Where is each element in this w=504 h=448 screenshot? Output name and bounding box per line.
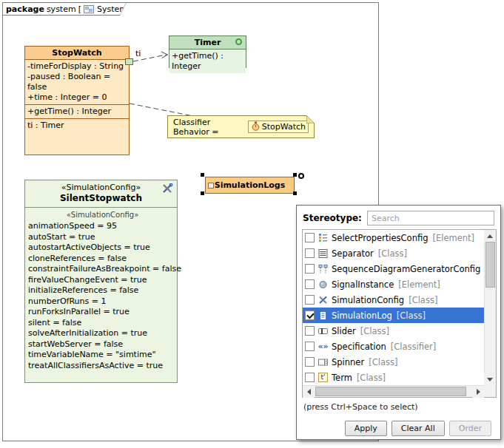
specification-icon: «»	[317, 342, 329, 351]
config-properties-compartment[interactable]: «SimulationConfig» animationSpeed = 95 a…	[25, 208, 177, 371]
scroll-right-button[interactable]	[472, 386, 484, 398]
class-timer[interactable]: Timer +getTime() : Integer	[169, 35, 246, 68]
vertical-scrollbar[interactable]	[484, 230, 496, 385]
simulation-log-icon	[317, 311, 329, 320]
stereotype-label: Separator	[332, 248, 374, 259]
checkbox[interactable]	[305, 357, 315, 367]
class-simulationlogs[interactable]: SimulationLogs	[205, 177, 295, 194]
stereotype-meta: [Classifier]	[391, 342, 436, 352]
frame-open-bracket: [	[78, 4, 81, 14]
stereotype-list: SelectPropertiesConfig [Element] Separat…	[302, 229, 497, 398]
checkbox[interactable]	[305, 342, 315, 351]
stereotype-row-signalinstance[interactable]: SignalInstance [Element]	[303, 276, 484, 292]
apply-button[interactable]: Apply	[345, 421, 387, 436]
stopwatch-icon	[251, 121, 261, 133]
search-input[interactable]	[367, 211, 494, 225]
config-property: silent = false	[28, 318, 177, 329]
stereotype-row-specification[interactable]: «» Specification [Classifier]	[303, 339, 484, 354]
config-stereotype: «SimulationConfig»	[25, 183, 177, 192]
config-property: solveAfterInitialization = true	[28, 328, 177, 339]
scroll-up-button[interactable]	[484, 230, 496, 242]
stereotype-row-separator[interactable]: Separator [Class]	[303, 245, 484, 261]
stereotype-row-spinner[interactable]: Spinner [Class]	[303, 354, 484, 370]
stereotype-label: SimulationLog	[332, 310, 392, 321]
frame-name: system	[47, 4, 76, 14]
term-icon: t'	[317, 373, 329, 382]
simulation-config-silentstopwatch[interactable]: «SimulationConfig» SilentStopwatch «Simu…	[24, 180, 178, 383]
checkbox[interactable]	[305, 295, 315, 305]
vertical-scrollbar-thumb[interactable]	[485, 242, 495, 288]
config-property: runForksInParallel = true	[28, 307, 177, 318]
config-property: autostartActiveObjects = true	[28, 242, 177, 254]
horizontal-scrollbar[interactable]	[303, 385, 484, 397]
config-property: timeVariableName = "simtime"	[28, 350, 177, 361]
ctrl-space-hint: (press Ctrl+Space to select)	[303, 402, 418, 412]
selection-handle[interactable]	[293, 191, 297, 195]
stereotype-row-slider[interactable]: Slider [Class]	[303, 323, 484, 339]
stereotype-label: Specification	[332, 342, 386, 352]
port-ti[interactable]	[125, 58, 133, 65]
stereotype-row-simulationconfig[interactable]: SimulationConfig [Class]	[303, 292, 484, 308]
timer-title: Timer	[195, 38, 221, 47]
stereotype-row-selectpropertiesconfig[interactable]: SelectPropertiesConfig [Element]	[303, 230, 484, 245]
horizontal-scrollbar-thumb[interactable]	[315, 387, 466, 396]
config-property: startWebServer = false	[28, 339, 177, 350]
clear-all-button[interactable]: Clear All	[392, 421, 445, 436]
stopwatch-attributes-compartment[interactable]: -timeForDisplay : String -paused : Boole…	[25, 60, 129, 105]
class-stopwatch[interactable]: StopWatch -timeForDisplay : String -paus…	[24, 46, 130, 155]
stereotype-row-sequencediagramgeneratorconfig[interactable]: SequenceDiagramGeneratorConfig [Class	[303, 261, 484, 276]
note-text: Classifier Behavior =	[173, 118, 246, 137]
config-property: initializeReferences = false	[28, 285, 177, 296]
stereotype-label: SimulationConfig	[332, 295, 404, 305]
crossed-tools-icon	[161, 183, 173, 197]
dialog-title: Stereotype:	[303, 213, 362, 223]
stereotype-row-term[interactable]: t' Term [Class]	[303, 370, 484, 385]
checkbox[interactable]	[305, 373, 315, 382]
order-button[interactable]: Order	[449, 421, 491, 436]
attribute-line: -paused : Boolean = false	[27, 72, 127, 92]
stopwatch-reference-chip[interactable]: StopWatch	[248, 121, 309, 133]
compartment-toggle-icon[interactable]	[208, 183, 214, 189]
selection-handle[interactable]	[293, 173, 297, 177]
stereotype-meta: [Class]	[360, 326, 389, 336]
config-property: constraintFailureAsBreakpoint = false	[28, 264, 177, 275]
stereotype-meta: [Element]	[433, 233, 475, 243]
timer-operations-compartment[interactable]: +getTime() : Integer	[169, 50, 246, 73]
part-line: ti : Timer	[27, 121, 127, 131]
checkbox[interactable]	[305, 233, 315, 242]
stereotype-row-simulationlog[interactable]: SimulationLog [Class]	[303, 308, 484, 323]
checkbox[interactable]	[305, 248, 315, 258]
selection-ring-handle[interactable]	[298, 173, 304, 179]
up-arrow-icon	[487, 234, 493, 238]
down-arrow-icon	[487, 378, 493, 381]
diagram-icon	[84, 5, 95, 13]
stereotype-label: SequenceDiagramGeneratorConfig	[332, 264, 480, 274]
config-title: SilentStopwatch	[25, 192, 177, 204]
checkbox[interactable]	[305, 279, 315, 289]
config-property: fireValueChangeEvent = true	[28, 275, 177, 286]
checkbox[interactable]	[305, 264, 315, 274]
stereotype-label: Term	[332, 373, 352, 383]
stopwatch-operations-compartment[interactable]: +getTime() : Integer	[25, 105, 129, 119]
stereotype-label: SignalInstance	[332, 279, 394, 290]
checkbox[interactable]	[305, 326, 315, 336]
checkbox-checked[interactable]	[305, 310, 315, 320]
config-property: numberOfRuns = 1	[28, 296, 177, 308]
config-property: animationSpeed = 95	[28, 221, 177, 232]
config-property: autoStart = true	[28, 232, 177, 243]
selection-handle[interactable]	[201, 191, 204, 195]
stopwatch-structure-compartment[interactable]: ti : Timer	[25, 119, 129, 155]
stereotype-dialog: Stereotype: SelectPropertiesConfig [Elem…	[296, 205, 501, 440]
scrollbar-corner	[484, 385, 496, 397]
selection-handle[interactable]	[201, 173, 204, 177]
operation-line: +getTime() : Integer	[172, 51, 243, 72]
port-ti-label: ti	[135, 49, 141, 58]
scroll-down-button[interactable]	[484, 373, 496, 385]
stereotype-meta: [Class]	[409, 295, 437, 305]
scroll-left-button[interactable]	[303, 386, 315, 398]
stereotype-meta: [Class]	[397, 310, 426, 321]
right-arrow-icon	[477, 389, 480, 395]
frame-tab[interactable]: package system [ System ]	[3, 3, 126, 15]
classifier-behavior-note[interactable]: Classifier Behavior = StopWatch	[167, 115, 315, 138]
stereotype-meta: [Class]	[369, 357, 397, 367]
